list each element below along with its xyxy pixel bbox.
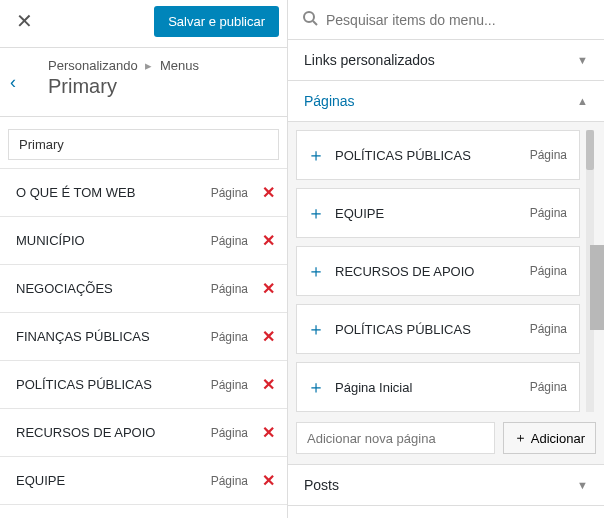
menu-item-label: O QUE É TOM WEB [16, 185, 135, 200]
menu-item-label: EQUIPE [16, 473, 65, 488]
save-publish-button[interactable]: Salvar e publicar [154, 6, 279, 37]
section-label: Links personalizados [304, 52, 435, 68]
plus-icon: ＋ [307, 375, 325, 399]
menu-item-type: Página [211, 378, 248, 392]
remove-icon[interactable]: ✕ [262, 183, 275, 202]
plus-icon: ＋ [514, 429, 527, 447]
available-pages-list: ＋POLÍTICAS PÚBLICAS Página ＋EQUIPE Págin… [296, 130, 596, 412]
available-page-type: Página [530, 148, 567, 162]
chevron-down-icon: ▼ [577, 479, 588, 491]
section-label: Páginas [304, 93, 355, 109]
menu-item-label: MUNICÍPIO [16, 233, 85, 248]
plus-icon: ＋ [307, 143, 325, 167]
search-input[interactable] [326, 12, 590, 28]
remove-icon[interactable]: ✕ [262, 375, 275, 394]
remove-icon[interactable]: ✕ [262, 231, 275, 250]
back-icon[interactable]: ‹ [10, 72, 16, 93]
topbar: ✕ Salvar e publicar [0, 0, 287, 48]
menu-item-row[interactable]: O QUE É TOM WEB Página✕ [0, 169, 287, 217]
breadcrumb-menus[interactable]: Menus [160, 58, 199, 73]
available-page-title: EQUIPE [335, 206, 384, 221]
close-icon[interactable]: ✕ [8, 5, 41, 37]
menu-item-type: Página [211, 426, 248, 440]
breadcrumb-customizing: Personalizando [48, 58, 138, 73]
menu-item-type: Página [211, 282, 248, 296]
menu-item-type: Página [211, 186, 248, 200]
menu-name-input[interactable] [8, 129, 279, 160]
available-page-type: Página [530, 322, 567, 336]
available-page-title: Página Inicial [335, 380, 412, 395]
menu-item-row[interactable]: FINANÇAS PÚBLICAS Página✕ [0, 313, 287, 361]
panel-scrollbar[interactable] [590, 0, 604, 518]
remove-icon[interactable]: ✕ [262, 279, 275, 298]
menu-items-list: O QUE É TOM WEB Página✕ MUNICÍPIO Página… [0, 168, 287, 505]
remove-icon[interactable]: ✕ [262, 423, 275, 442]
search-icon [302, 10, 318, 29]
bottom-actions: Reorganizar ✕ Adicionar Itens [0, 511, 287, 518]
available-page-row[interactable]: ＋POLÍTICAS PÚBLICAS Página [296, 304, 580, 354]
new-page-input[interactable] [296, 422, 495, 454]
search-row [288, 0, 604, 40]
pages-body: ＋POLÍTICAS PÚBLICAS Página ＋EQUIPE Págin… [288, 122, 604, 465]
svg-point-0 [304, 12, 314, 22]
plus-icon: ＋ [307, 317, 325, 341]
available-page-type: Página [530, 380, 567, 394]
plus-icon: ＋ [307, 259, 325, 283]
available-items-panel: Links personalizados ▼ Páginas ▲ ＋POLÍTI… [288, 0, 604, 518]
add-page-button[interactable]: ＋ Adicionar [503, 422, 596, 454]
section-custom-links[interactable]: Links personalizados ▼ [288, 40, 604, 81]
chevron-down-icon: ▼ [577, 54, 588, 66]
remove-icon[interactable]: ✕ [262, 471, 275, 490]
chevron-up-icon: ▲ [577, 95, 588, 107]
section-posts[interactable]: Posts ▼ [288, 465, 604, 506]
menu-item-row[interactable]: NEGOCIAÇÕES Página✕ [0, 265, 287, 313]
menu-item-type: Página [211, 330, 248, 344]
svg-line-1 [313, 21, 317, 25]
menu-item-row[interactable]: EQUIPE Página✕ [0, 457, 287, 505]
menu-item-type: Página [211, 474, 248, 488]
menu-item-label: FINANÇAS PÚBLICAS [16, 329, 150, 344]
available-page-type: Página [530, 206, 567, 220]
plus-icon: ＋ [307, 201, 325, 225]
scrollbar-thumb[interactable] [590, 245, 604, 330]
available-page-title: RECURSOS DE APOIO [335, 264, 474, 279]
customizer-sidebar: ✕ Salvar e publicar ‹ Personalizando ▸ M… [0, 0, 288, 518]
menu-name-field-wrap [8, 129, 279, 160]
available-page-row[interactable]: ＋RECURSOS DE APOIO Página [296, 246, 580, 296]
available-page-title: POLÍTICAS PÚBLICAS [335, 148, 471, 163]
menu-item-row[interactable]: RECURSOS DE APOIO Página✕ [0, 409, 287, 457]
available-page-row[interactable]: ＋Página Inicial Página [296, 362, 580, 412]
breadcrumb: ‹ Personalizando ▸ Menus Primary [0, 48, 287, 117]
menu-item-type: Página [211, 234, 248, 248]
menu-item-row[interactable]: MUNICÍPIO Página✕ [0, 217, 287, 265]
available-page-title: POLÍTICAS PÚBLICAS [335, 322, 471, 337]
page-title: Primary [48, 75, 287, 98]
section-pages[interactable]: Páginas ▲ [288, 81, 604, 122]
menu-item-row[interactable]: POLÍTICAS PÚBLICAS Página✕ [0, 361, 287, 409]
menu-item-label: NEGOCIAÇÕES [16, 281, 113, 296]
available-page-row[interactable]: ＋POLÍTICAS PÚBLICAS Página [296, 130, 580, 180]
menu-item-label: RECURSOS DE APOIO [16, 425, 155, 440]
remove-icon[interactable]: ✕ [262, 327, 275, 346]
menu-item-label: POLÍTICAS PÚBLICAS [16, 377, 152, 392]
chevron-right-icon: ▸ [145, 58, 152, 73]
available-page-row[interactable]: ＋EQUIPE Página [296, 188, 580, 238]
section-categories[interactable]: Categorias ▼ [288, 506, 604, 518]
add-new-page-row: ＋ Adicionar [296, 420, 596, 454]
add-page-label: Adicionar [531, 431, 585, 446]
section-label: Posts [304, 477, 339, 493]
available-page-type: Página [530, 264, 567, 278]
